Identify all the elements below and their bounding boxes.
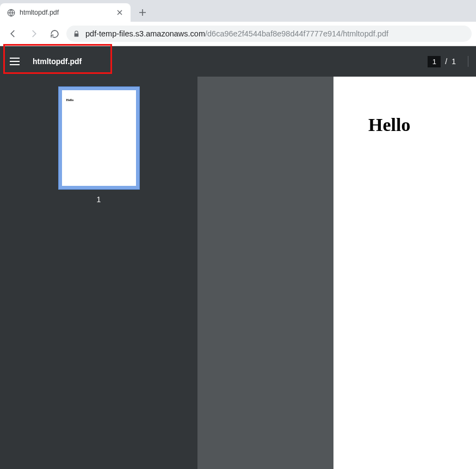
globe-icon xyxy=(7,8,15,17)
total-pages: 1 xyxy=(452,57,456,66)
address-bar-row: pdf-temp-files.s3.amazonaws.com/d6ca96e2… xyxy=(0,22,476,46)
reload-button[interactable] xyxy=(46,25,63,42)
toolbar-divider xyxy=(468,56,468,67)
pdf-body: Hello 1 Hello xyxy=(0,77,476,469)
address-bar[interactable]: pdf-temp-files.s3.amazonaws.com/d6ca96e2… xyxy=(66,26,472,42)
thumbnail-preview-text: Hello xyxy=(66,98,74,102)
pdf-viewer: htmltopdf.pdf 1 / 1 Hello 1 Hello xyxy=(0,46,476,469)
lock-icon xyxy=(73,30,80,37)
tab-title: htmltopdf.pdf xyxy=(20,9,111,16)
document-page[interactable]: Hello xyxy=(333,77,476,469)
pdf-toolbar: htmltopdf.pdf 1 / 1 xyxy=(0,46,476,77)
toolbar-right: 1 / 1 xyxy=(428,56,468,67)
url-display: pdf-temp-files.s3.amazonaws.com/d6ca96e2… xyxy=(85,29,388,38)
tab-strip: htmltopdf.pdf xyxy=(0,0,476,22)
menu-icon[interactable] xyxy=(8,55,22,67)
page-separator: / xyxy=(445,57,447,66)
document-area: Hello xyxy=(197,77,476,469)
thumbnail-page: Hello xyxy=(62,90,136,186)
forward-button[interactable] xyxy=(25,25,42,42)
new-tab-button[interactable] xyxy=(135,5,150,20)
browser-chrome: htmltopdf.pdf pdf-temp-files.s3.amazonaw… xyxy=(0,0,476,46)
thumbnail-selected[interactable]: Hello xyxy=(58,86,140,190)
document-gutter xyxy=(197,77,333,469)
thumbnail-label: 1 xyxy=(97,195,101,204)
browser-tab[interactable]: htmltopdf.pdf xyxy=(0,3,131,22)
close-icon[interactable] xyxy=(115,8,124,17)
back-button[interactable] xyxy=(4,25,22,42)
page-number-input[interactable]: 1 xyxy=(428,56,441,67)
toolbar-left: htmltopdf.pdf xyxy=(8,55,82,67)
thumbnail-panel: Hello 1 xyxy=(0,77,197,469)
document-heading: Hello xyxy=(368,115,476,135)
document-title: htmltopdf.pdf xyxy=(33,57,82,66)
